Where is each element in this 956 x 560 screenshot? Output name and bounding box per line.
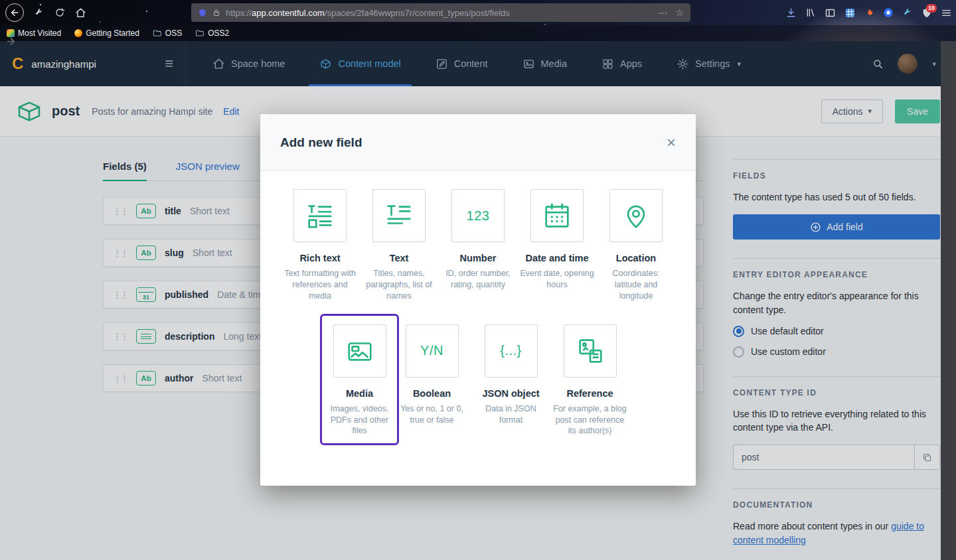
- extension-table-icon[interactable]: [844, 7, 856, 19]
- firefox-icon: [74, 29, 82, 37]
- reload-button[interactable]: [54, 7, 65, 18]
- field-type-text[interactable]: Text Titles, names, paragraphs, list of …: [360, 189, 439, 302]
- bookmarks-bar: Most Visited Getting Started OSS OSS2: [0, 25, 956, 41]
- field-type-boolean[interactable]: Y/N Boolean Yes or no, 1 or 0, true or f…: [392, 324, 471, 426]
- field-type-rich-text[interactable]: Rich text Text formatting with reference…: [281, 189, 360, 302]
- nav-item-media[interactable]: Media: [505, 41, 585, 86]
- actions-button[interactable]: Actions▾: [821, 100, 883, 123]
- rich-text-icon: [305, 200, 335, 231]
- drag-handle-icon[interactable]: ⋮⋮: [113, 290, 127, 300]
- save-button[interactable]: Save: [895, 100, 940, 123]
- location-card[interactable]: [609, 189, 663, 242]
- downloads-icon[interactable]: [785, 7, 797, 19]
- nav-item-apps[interactable]: Apps: [584, 41, 659, 86]
- short-text-icon: Ab: [136, 245, 156, 260]
- add-new-field-modal: Add new field × Rich text Text formattin…: [260, 114, 696, 486]
- hamburger-icon[interactable]: ≡: [165, 55, 173, 72]
- page-actions-icon[interactable]: ⋯: [658, 7, 667, 18]
- modal-title: Add new field: [280, 135, 362, 150]
- drag-handle-icon[interactable]: ⋮⋮: [113, 206, 127, 216]
- json-icon: {...}: [500, 343, 522, 358]
- sidebars-icon[interactable]: [825, 7, 836, 19]
- nav-item-content-model[interactable]: Content model: [302, 41, 418, 86]
- tools-icon[interactable]: [34, 7, 44, 18]
- image-icon: [522, 58, 535, 70]
- lock-icon: [212, 9, 220, 17]
- add-field-button[interactable]: Add field: [733, 214, 940, 240]
- chevron-down-icon: ▾: [868, 107, 872, 115]
- modal-header: Add new field ×: [260, 114, 696, 171]
- boolean-card[interactable]: Y/N: [406, 324, 459, 378]
- tab-json-preview[interactable]: JSON preview: [176, 161, 240, 180]
- copy-button[interactable]: [914, 445, 939, 469]
- boolean-icon: Y/N: [420, 343, 443, 358]
- window-scrollbar[interactable]: [941, 41, 956, 560]
- date-card[interactable]: [530, 189, 584, 242]
- reference-card[interactable]: [564, 324, 617, 378]
- nav-item-content[interactable]: Content: [418, 41, 505, 86]
- divider: [733, 258, 940, 259]
- close-icon[interactable]: ×: [667, 135, 676, 151]
- field-type-reference[interactable]: Reference For example, a blog post can r…: [550, 324, 629, 437]
- tracking-protection-shield-icon[interactable]: [198, 8, 207, 18]
- field-type-media[interactable]: Media Images, videos, PDFs and other fil…: [320, 314, 399, 446]
- field-type-date-and-time[interactable]: Date and time Event date, opening hours: [518, 189, 597, 291]
- field-type-location[interactable]: Location Coordinates: latitude and longi…: [597, 189, 676, 302]
- edit-link[interactable]: Edit: [223, 106, 239, 117]
- extension-blue-circle-icon[interactable]: [883, 7, 894, 18]
- copy-icon: [922, 453, 932, 462]
- long-text-icon: [136, 329, 156, 344]
- plus-circle-icon: [810, 222, 821, 233]
- bookmark-folder-oss2[interactable]: OSS2: [195, 29, 229, 38]
- content-type-description: Posts for amazing Hampi site: [92, 106, 212, 117]
- back-button[interactable]: [5, 3, 24, 22]
- drag-handle-icon[interactable]: ⋮⋮: [113, 374, 127, 384]
- tab-fields[interactable]: Fields (5): [103, 161, 147, 181]
- media-card[interactable]: [333, 324, 386, 378]
- field-type-number[interactable]: 123 Number ID, order number, rating, qua…: [439, 189, 518, 291]
- avatar[interactable]: [898, 54, 917, 74]
- extension-shield-icon[interactable]: 10: [921, 7, 932, 19]
- radio-custom-editor[interactable]: Use custom editor: [733, 346, 940, 358]
- home-icon: [212, 58, 225, 70]
- text-card[interactable]: [372, 189, 426, 242]
- rich-text-card[interactable]: [293, 189, 347, 242]
- drag-handle-icon[interactable]: ⋮⋮: [113, 248, 127, 258]
- bookmark-getting-started[interactable]: Getting Started: [74, 29, 139, 38]
- chevron-down-icon[interactable]: ▾: [932, 60, 936, 68]
- space-switcher[interactable]: C amazinghampi ≡: [0, 41, 186, 86]
- entry-editor-appearance-heading: ENTRY EDITOR APPEARANCE: [733, 270, 940, 279]
- drag-handle-icon[interactable]: ⋮⋮: [113, 332, 127, 342]
- radio-unselected-icon[interactable]: [733, 346, 744, 358]
- nav-item-space-home[interactable]: Space home: [195, 41, 302, 86]
- radio-selected-icon[interactable]: [733, 326, 744, 337]
- extension-wrench-icon[interactable]: [902, 7, 913, 18]
- content-type-id-heading: CONTENT TYPE ID: [733, 388, 940, 397]
- cube-icon: [319, 58, 332, 70]
- menu-icon[interactable]: [941, 7, 952, 19]
- address-bar[interactable]: https://app.contentful.com/spaces/2fa46w…: [191, 3, 690, 22]
- json-card[interactable]: {...}: [485, 324, 538, 378]
- bookmark-most-visited[interactable]: Most Visited: [7, 29, 61, 38]
- number-card[interactable]: 123: [451, 189, 505, 242]
- search-icon[interactable]: [872, 58, 884, 70]
- bookmark-star-icon[interactable]: ☆: [675, 7, 684, 18]
- content-type-id-input[interactable]: post: [733, 445, 940, 470]
- home-button[interactable]: [75, 7, 86, 19]
- fields-usage-text: The content type has used 5 out of 50 fi…: [733, 190, 940, 204]
- content-type-id-text: Use this ID to retrieve everything relat…: [733, 407, 940, 435]
- location-pin-icon: [621, 200, 651, 231]
- url-text[interactable]: https://app.contentful.com/spaces/2fa46w…: [226, 8, 510, 18]
- documentation-heading: DOCUMENTATION: [733, 500, 940, 510]
- app-navbar: C amazinghampi ≡ Space home Content mode…: [0, 41, 956, 86]
- apps-grid-icon: [601, 58, 614, 70]
- extension-flame-icon[interactable]: [864, 7, 874, 19]
- reference-icon: [575, 336, 605, 366]
- field-type-json-object[interactable]: {...} JSON object Data in JSON format: [471, 324, 550, 426]
- bookmark-folder-oss[interactable]: OSS: [153, 29, 182, 38]
- space-name: amazinghampi: [31, 58, 96, 70]
- library-icon[interactable]: [805, 7, 816, 18]
- nav-item-settings[interactable]: Settings ▾: [659, 41, 758, 86]
- radio-default-editor[interactable]: Use default editor: [733, 326, 940, 337]
- page-title: post: [52, 104, 80, 119]
